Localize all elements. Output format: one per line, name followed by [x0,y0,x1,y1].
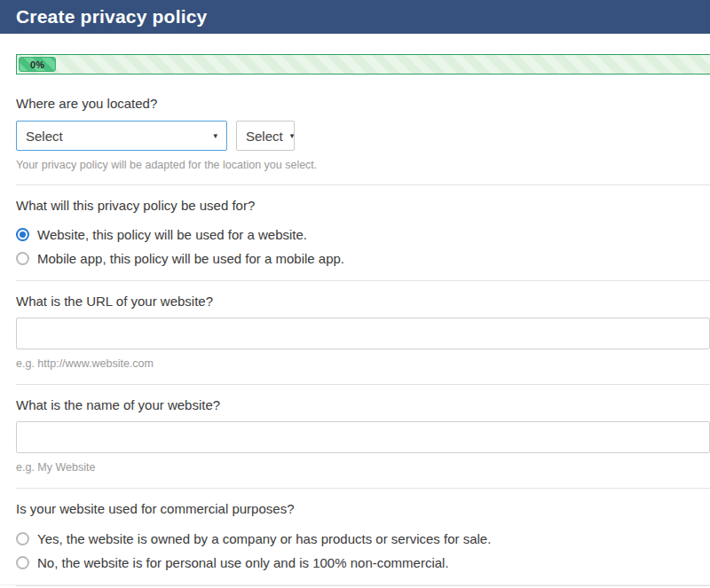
policy-use-options: Website, this policy will be used for a … [16,225,710,267]
radio-button[interactable] [16,532,29,545]
radio-option-commercial-no[interactable]: No, the website is for personal use only… [16,553,710,571]
progress-bar: 0% [16,54,710,74]
radio-option-website[interactable]: Website, this policy will be used for a … [16,225,710,243]
chevron-down-icon: ▾ [213,131,217,140]
region-select-value: Select [246,129,283,144]
form-content: 0% Where are you located? Select ▾ Selec… [0,54,710,588]
page: Create privacy policy 0% Where are you l… [0,0,710,588]
country-select-value: Select [26,129,63,144]
commercial-section: Is your website used for commercial purp… [16,501,710,571]
website-name-section: What is the name of your website? e.g. M… [16,397,710,474]
website-url-question: What is the URL of your website? [16,294,710,310]
commercial-options: Yes, the website is owned by a company o… [16,529,710,571]
section-divider [16,384,710,385]
progress-value-badge: 0% [19,57,56,72]
website-name-input[interactable] [16,421,710,453]
radio-label: Website, this policy will be used for a … [37,227,307,242]
country-select[interactable]: Select ▾ [16,121,227,151]
chevron-down-icon: ▾ [290,131,295,140]
location-helper-text: Your privacy policy will be adapted for … [16,159,710,171]
commercial-question: Is your website used for commercial purp… [16,501,710,517]
website-url-input[interactable] [16,318,710,349]
website-name-helper-text: e.g. My Website [16,461,710,474]
website-name-question: What is the name of your website? [16,397,710,413]
radio-option-commercial-yes[interactable]: Yes, the website is owned by a company o… [16,529,710,547]
policy-use-section: What will this privacy policy be used fo… [16,198,710,267]
location-section: Where are you located? Select ▾ Select ▾… [16,96,710,171]
radio-label: Yes, the website is owned by a company o… [37,531,491,546]
section-divider [16,585,710,586]
radio-label: No, the website is for personal use only… [37,555,449,570]
section-divider [16,488,710,489]
location-selects: Select ▾ Select ▾ [16,121,710,151]
section-divider [16,184,710,185]
radio-button[interactable] [16,556,29,569]
policy-use-question: What will this privacy policy be used fo… [16,198,710,214]
radio-button[interactable] [16,252,29,265]
radio-option-mobile-app[interactable]: Mobile app, this policy will be used for… [16,249,710,267]
website-url-helper-text: e.g. http://www.website.com [16,357,710,370]
radio-label: Mobile app, this policy will be used for… [37,251,344,266]
section-divider [16,280,710,281]
page-title: Create privacy policy [16,6,207,27]
radio-button[interactable] [16,228,29,241]
page-header: Create privacy policy [0,0,710,34]
website-url-section: What is the URL of your website? e.g. ht… [16,294,710,370]
bottom-divider [0,584,710,585]
region-select[interactable]: Select ▾ [236,121,295,151]
location-question: Where are you located? [16,96,710,112]
